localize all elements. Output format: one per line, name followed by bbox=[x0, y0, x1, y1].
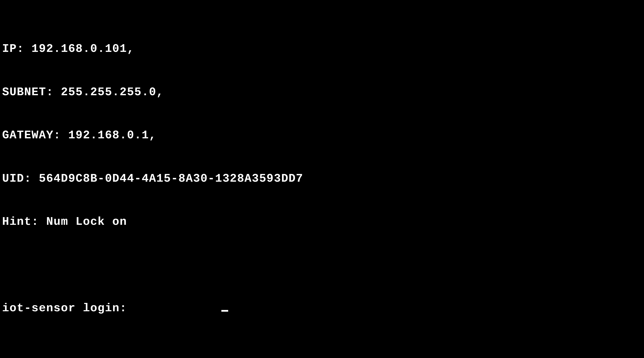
ip-address-line: IP: 192.168.0.101, bbox=[2, 42, 642, 56]
terminal-screen: IP: 192.168.0.101, SUBNET: 255.255.255.0… bbox=[2, 13, 642, 330]
login-input[interactable] bbox=[134, 302, 220, 315]
hint-line: Hint: Num Lock on bbox=[2, 214, 642, 229]
login-prompt-label: iot-sensor login: bbox=[2, 301, 134, 316]
gateway-line: GATEWAY: 192.168.0.1, bbox=[2, 128, 642, 142]
login-prompt-line: iot-sensor login: bbox=[2, 301, 642, 316]
text-cursor-icon bbox=[221, 310, 228, 312]
subnet-mask-line: SUBNET: 255.255.255.0, bbox=[2, 85, 642, 100]
uid-line: UID: 564D9C8B-0D44-4A15-8A30-1328A3593DD… bbox=[2, 172, 642, 186]
blank-line bbox=[2, 258, 642, 272]
